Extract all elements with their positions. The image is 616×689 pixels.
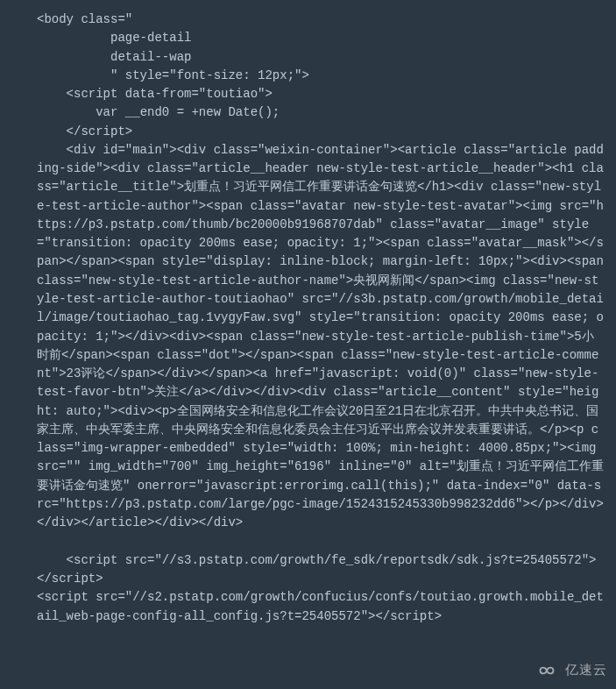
code-editor-viewport: <body class=" page-detail detail--wap " …	[0, 0, 616, 689]
watermark: 亿速云	[534, 660, 607, 680]
code-panel[interactable]: <body class=" page-detail detail--wap " …	[25, 0, 616, 689]
watermark-text: 亿速云	[565, 660, 607, 680]
code-content[interactable]: <body class=" page-detail detail--wap " …	[37, 11, 604, 626]
infinity-icon	[534, 663, 560, 678]
